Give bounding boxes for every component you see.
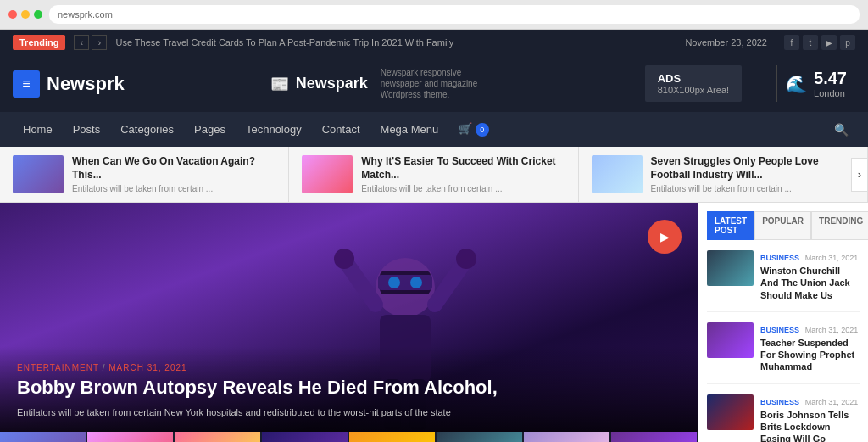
sidebar-post-img-0	[707, 250, 754, 286]
featured-desc-2: Entilators will be taken from certain ..…	[651, 184, 854, 193]
brand-desc: Newspark responsive newspaper and magazi…	[381, 67, 499, 100]
nav-categories[interactable]: Categories	[110, 113, 184, 146]
trending-text: Use These Travel Credit Cards To Plan A …	[115, 37, 676, 48]
dot-red[interactable]	[8, 10, 17, 19]
sidebar-post-content-1: BUSINESS March 31, 2021 Teacher Suspende…	[760, 322, 860, 373]
search-icon-nav[interactable]: 🔍	[827, 113, 855, 147]
thumb-item-2[interactable]	[175, 432, 262, 442]
cart-badge: 0	[476, 123, 489, 137]
featured-content-0: When Can We Go On Vacation Again? This..…	[72, 155, 275, 193]
brand-icon: 📰	[270, 75, 289, 93]
tab-latest-post[interactable]: LATEST POST	[707, 211, 754, 240]
sidebar-post-date-0: March 31, 2021	[805, 254, 859, 262]
twitter-icon[interactable]: t	[803, 35, 818, 50]
arrow-left-btn[interactable]: ‹	[74, 35, 89, 50]
nav-pages[interactable]: Pages	[184, 113, 236, 146]
weather-icon: 🌊	[786, 74, 807, 94]
browser-dots	[8, 10, 42, 19]
sidebar: LATEST POST POPULAR TRENDING BUSINESS Ma…	[698, 203, 868, 442]
featured-content-2: Seven Struggles Only People Love Footbal…	[651, 155, 854, 193]
hero-image: ▶ ENTERTAINMENT / March 31, 2021 Bobby B…	[0, 203, 698, 432]
top-bar-date: November 23, 2022	[685, 37, 767, 48]
ads-desc: 810X100px Area!	[658, 85, 729, 95]
dot-green[interactable]	[34, 10, 42, 19]
sidebar-post-date-1: March 31, 2021	[805, 326, 859, 334]
sidebar-post-2[interactable]: BUSINESS March 31, 2021 Boris Johnson Te…	[707, 394, 860, 442]
main-col: ▶ ENTERTAINMENT / March 31, 2021 Bobby B…	[0, 203, 698, 442]
svg-point-7	[334, 249, 354, 269]
sidebar-post-content-0: BUSINESS March 31, 2021 Winston Churchil…	[760, 250, 860, 301]
sidebar-post-date-2: March 31, 2021	[805, 398, 859, 406]
nav-mega-menu[interactable]: Mega Menu	[370, 113, 449, 146]
nav-cart[interactable]: 🛒 0	[448, 112, 499, 147]
sidebar-tabs: LATEST POST POPULAR TRENDING	[707, 211, 860, 240]
dot-yellow[interactable]	[21, 10, 30, 19]
nav-posts[interactable]: Posts	[63, 113, 111, 146]
nav-contact[interactable]: Contact	[312, 113, 370, 146]
thumb-item-7[interactable]	[611, 432, 698, 442]
thumb-item-6[interactable]	[524, 432, 611, 442]
featured-desc-1: Entilators will be taken from certain ..…	[361, 184, 565, 193]
ads-title: ADS	[658, 72, 729, 85]
svg-point-3	[388, 277, 400, 288]
browser-address-bar[interactable]: newsprk.com	[49, 5, 860, 24]
play-button[interactable]: ▶	[648, 220, 682, 254]
hero-overlay: ENTERTAINMENT / March 31, 2021 Bobby Bro…	[0, 346, 698, 432]
sidebar-post-cat-1: BUSINESS	[760, 326, 799, 334]
featured-thumb-1	[302, 155, 353, 193]
thumb-item-5[interactable]	[437, 432, 524, 442]
top-bar-arrows: ‹ ›	[74, 35, 107, 50]
weather-temp: 5.47	[814, 69, 847, 88]
tab-popular[interactable]: POPULAR	[754, 211, 811, 240]
header-ads: ADS 810X100px Area!	[645, 65, 742, 102]
featured-item-0[interactable]: When Can We Go On Vacation Again? This..…	[0, 147, 289, 202]
hero-title: Bobby Brown Autopsy Reveals He Died From…	[17, 377, 682, 399]
site-wrapper: Trending ‹ › Use These Travel Credit Car…	[0, 30, 868, 442]
svg-line-5	[346, 262, 376, 305]
thumb-item-3[interactable]	[262, 432, 349, 442]
svg-line-6	[435, 262, 465, 305]
featured-content-1: Why It'S Easier To Succeed With Cricket …	[361, 155, 565, 193]
tab-trending[interactable]: TRENDING	[811, 211, 868, 240]
brand-name: Newspark	[296, 75, 368, 92]
hero-category: ENTERTAINMENT / March 31, 2021	[17, 363, 682, 372]
nav: Home Posts Categories Pages Technology C…	[0, 112, 868, 147]
youtube-icon[interactable]: ▶	[821, 35, 837, 50]
sidebar-post-0[interactable]: BUSINESS March 31, 2021 Winston Churchil…	[707, 250, 860, 312]
hero-desc: Entilators will be taken from certain Ne…	[17, 406, 682, 419]
weather-widget: 🌊 5.47 London	[776, 65, 855, 102]
thumb-strip: ‹ ›	[0, 432, 698, 442]
weather-city: London	[814, 88, 847, 98]
featured-thumb-2	[592, 155, 643, 193]
divider	[759, 71, 760, 97]
logo-icon: ≡	[13, 70, 40, 98]
logo[interactable]: ≡ Newsprk	[13, 70, 125, 98]
featured-title-0: When Can We Go On Vacation Again? This..…	[72, 155, 275, 182]
main-content: ▶ ENTERTAINMENT / March 31, 2021 Bobby B…	[0, 203, 868, 442]
top-bar: Trending ‹ › Use These Travel Credit Car…	[0, 30, 868, 55]
nav-technology[interactable]: Technology	[236, 113, 312, 146]
featured-thumb-0	[13, 155, 64, 193]
thumb-item-0[interactable]	[0, 432, 87, 442]
header-center: 📰 Newspark Newspark responsive newspaper…	[142, 67, 628, 100]
sidebar-post-img-1	[707, 322, 754, 358]
facebook-icon[interactable]: f	[784, 35, 799, 50]
sidebar-post-1[interactable]: BUSINESS March 31, 2021 Teacher Suspende…	[707, 322, 860, 384]
featured-desc-0: Entilators will be taken from certain ..…	[72, 184, 275, 193]
nav-home[interactable]: Home	[13, 113, 63, 146]
header: ≡ Newsprk 📰 Newspark Newspark responsive…	[0, 55, 868, 112]
featured-item-2[interactable]: Seven Struggles Only People Love Footbal…	[579, 147, 868, 202]
sidebar-post-cat-0: BUSINESS	[760, 254, 799, 262]
svg-point-8	[456, 249, 476, 269]
pinterest-icon[interactable]: p	[840, 35, 855, 50]
featured-item-1[interactable]: Why It'S Easier To Succeed With Cricket …	[289, 147, 578, 202]
header-brand: 📰 Newspark	[270, 75, 368, 93]
thumb-item-4[interactable]	[349, 432, 437, 442]
featured-title-1: Why It'S Easier To Succeed With Cricket …	[361, 155, 565, 182]
arrow-right-btn[interactable]: ›	[92, 35, 107, 50]
sidebar-post-content-2: BUSINESS March 31, 2021 Boris Johnson Te…	[760, 394, 860, 442]
sidebar-post-img-2	[707, 394, 754, 430]
thumb-item-1[interactable]	[87, 432, 175, 442]
strip-nav-btn[interactable]: ›	[851, 158, 868, 192]
social-icons: f t ▶ p	[784, 35, 855, 50]
